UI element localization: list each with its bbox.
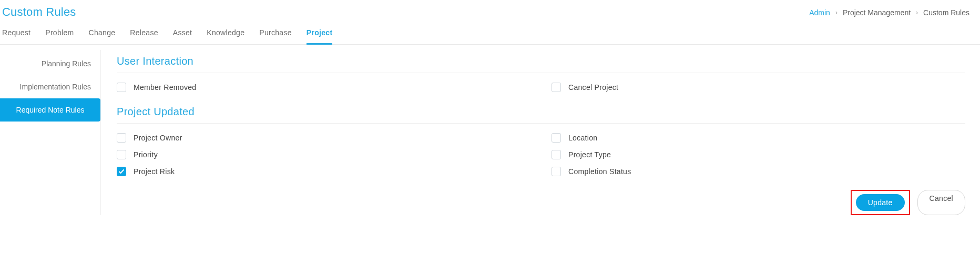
update-button[interactable]: Update bbox=[856, 194, 905, 211]
chevron-right-icon: › bbox=[916, 9, 918, 16]
actions-row: Update Cancel bbox=[117, 190, 965, 215]
content-area: Planning RulesImplementation RulesRequir… bbox=[0, 45, 980, 215]
checkbox[interactable] bbox=[117, 150, 126, 159]
breadcrumb-item[interactable]: Admin bbox=[809, 8, 830, 17]
checkbox[interactable] bbox=[117, 133, 126, 143]
checkbox-row: Member Removed bbox=[117, 83, 530, 92]
checkbox-row: Completion Status bbox=[552, 167, 965, 176]
checkbox[interactable] bbox=[552, 133, 561, 143]
tab-request[interactable]: Request bbox=[2, 28, 30, 44]
tab-change[interactable]: Change bbox=[88, 28, 115, 44]
chevron-right-icon: › bbox=[835, 9, 838, 16]
tab-purchase[interactable]: Purchase bbox=[259, 28, 292, 44]
sections-container: User InteractionMember RemovedCancel Pro… bbox=[117, 55, 965, 176]
checkbox-label: Priority bbox=[134, 150, 158, 159]
main-panel: User InteractionMember RemovedCancel Pro… bbox=[101, 50, 980, 215]
tab-asset[interactable]: Asset bbox=[173, 28, 192, 44]
sidebar: Planning RulesImplementation RulesRequir… bbox=[0, 50, 101, 215]
checkbox-row: Location bbox=[552, 133, 965, 143]
checkbox[interactable] bbox=[552, 150, 561, 159]
tab-problem[interactable]: Problem bbox=[45, 28, 74, 44]
checkbox-label: Project Type bbox=[568, 150, 611, 159]
checkbox-row: Cancel Project bbox=[552, 83, 965, 92]
checkbox[interactable] bbox=[552, 167, 561, 176]
tab-release[interactable]: Release bbox=[130, 28, 158, 44]
checkbox-label: Cancel Project bbox=[568, 83, 618, 92]
checkbox[interactable] bbox=[552, 83, 561, 92]
checkbox-row: Project Type bbox=[552, 150, 965, 159]
sidebar-item[interactable]: Implementation Rules bbox=[0, 75, 100, 98]
checkbox-label: Member Removed bbox=[134, 83, 196, 92]
sidebar-item[interactable]: Planning Rules bbox=[0, 52, 100, 75]
section-title: Project Updated bbox=[117, 106, 965, 124]
checkbox-grid: Member RemovedCancel Project bbox=[117, 83, 965, 92]
page-header: Custom Rules Admin›Project Management›Cu… bbox=[0, 0, 980, 19]
breadcrumb-item: Project Management bbox=[843, 8, 911, 17]
main-tabs: RequestProblemChangeReleaseAssetKnowledg… bbox=[0, 19, 980, 45]
checkbox-grid: Project OwnerLocationPriorityProject Typ… bbox=[117, 133, 965, 176]
checkbox-label: Project Owner bbox=[134, 134, 182, 142]
checkbox-label: Completion Status bbox=[568, 167, 631, 176]
breadcrumb-item: Custom Rules bbox=[923, 8, 969, 17]
sidebar-item[interactable]: Required Note Rules bbox=[0, 98, 100, 122]
cancel-button[interactable]: Cancel bbox=[917, 190, 965, 215]
tab-project[interactable]: Project bbox=[307, 28, 333, 45]
checkbox-label: Location bbox=[568, 134, 597, 142]
checkbox-row: Project Owner bbox=[117, 133, 530, 143]
checkbox[interactable] bbox=[117, 167, 126, 176]
section-title: User Interaction bbox=[117, 55, 965, 73]
update-highlight: Update bbox=[851, 190, 910, 215]
checkbox-row: Priority bbox=[117, 150, 530, 159]
checkbox-label: Project Risk bbox=[134, 167, 175, 176]
tab-knowledge[interactable]: Knowledge bbox=[207, 28, 244, 44]
page-title: Custom Rules bbox=[2, 5, 76, 19]
breadcrumbs: Admin›Project Management›Custom Rules bbox=[809, 5, 969, 17]
checkbox[interactable] bbox=[117, 83, 126, 92]
checkbox-row: Project Risk bbox=[117, 167, 530, 176]
